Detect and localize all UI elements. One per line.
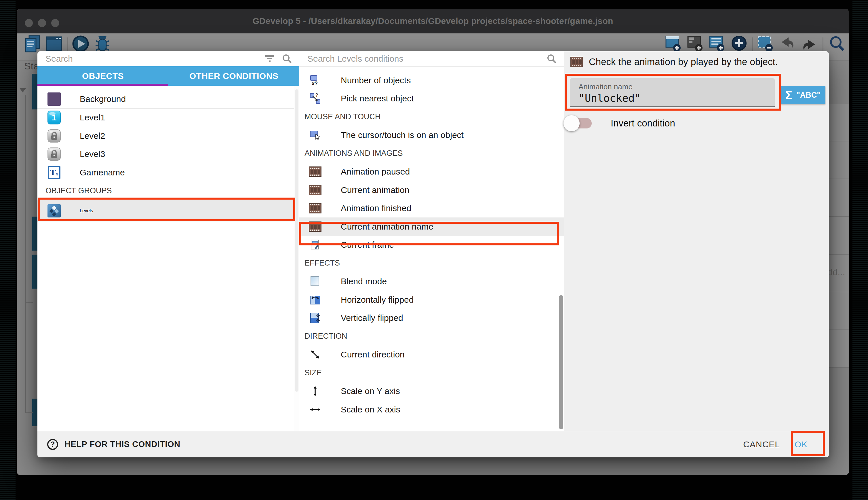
- object-row-level1[interactable]: 1 Level1: [37, 109, 294, 127]
- object-row-background[interactable]: Background: [37, 90, 294, 108]
- collapse-triangle-icon: [20, 88, 26, 92]
- event-tree-tick: [25, 412, 33, 413]
- background-scene-tab-label: Sta: [24, 60, 39, 72]
- condition-row-current-frame[interactable]: Current frame: [299, 236, 564, 254]
- add-event-icon[interactable]: [730, 35, 748, 54]
- desktop-edge-texture: [0, 0, 15, 500]
- expression-editor-button[interactable]: Σ "ABC": [781, 86, 825, 104]
- help-for-this-condition-link[interactable]: ? HELP FOR THIS CONDITION: [47, 431, 180, 457]
- search-icon: [282, 54, 292, 64]
- locked-level-icon: [47, 129, 61, 143]
- event-tree-tick: [25, 303, 33, 303]
- condition-row-current-animation[interactable]: Current animation: [299, 181, 564, 199]
- event-block: [32, 399, 37, 426]
- condition-title: Check the animation by played by the obj…: [589, 56, 778, 67]
- conditions-list-scrollbar[interactable]: [559, 51, 563, 431]
- project-manager-icon[interactable]: [24, 35, 41, 54]
- current-frame-icon: [308, 239, 322, 251]
- invert-condition-row: Invert condition: [566, 115, 675, 132]
- remove-selection-icon[interactable]: [757, 35, 774, 54]
- object-row-level2[interactable]: Level2: [37, 127, 294, 145]
- condition-row-pick-nearest-object[interactable]: ? Pick nearest object: [299, 90, 564, 108]
- condition-row-vertically-flipped[interactable]: Vertically flipped: [299, 309, 564, 328]
- condition-row-scale-y[interactable]: Scale on Y axis: [299, 382, 564, 401]
- add-object-icon[interactable]: [665, 35, 682, 54]
- film-icon: [571, 57, 583, 67]
- event-block: [32, 74, 37, 110]
- minimize-window-button[interactable]: [38, 19, 46, 27]
- close-window-button[interactable]: [25, 19, 33, 27]
- search-toolbar-icon[interactable]: [828, 35, 846, 54]
- invert-condition-label: Invert condition: [611, 118, 675, 129]
- condition-title-row: Check the animation by played by the obj…: [571, 56, 778, 67]
- undo-icon[interactable]: [779, 35, 796, 54]
- film-icon: [308, 203, 322, 213]
- svg-text:x?: x?: [312, 81, 318, 86]
- play-icon[interactable]: [72, 35, 89, 54]
- condition-section-header: MOUSE AND TOUCH: [299, 108, 564, 126]
- help-icon: ?: [47, 439, 58, 450]
- conditions-search-bar: [299, 51, 564, 67]
- window-title: GDevelop 5 - /Users/dkarakay/Documents/G…: [253, 16, 613, 26]
- condition-row-cursor-on-object[interactable]: The cursor/touch is on an object: [299, 126, 564, 145]
- condition-section-header: ANIMATIONS AND IMAGES: [299, 144, 564, 163]
- event-block: [32, 254, 37, 288]
- dialog-footer: ? HELP FOR THIS CONDITION CANCEL OK: [37, 431, 829, 457]
- scale-x-icon: [308, 404, 322, 415]
- background-truncated-label: dd...: [828, 267, 845, 278]
- add-comment-icon[interactable]: [708, 35, 726, 54]
- condition-row-blend-mode[interactable]: Blend mode: [299, 272, 564, 291]
- ok-button[interactable]: OK: [789, 431, 813, 457]
- object-row-level3[interactable]: Level3: [37, 145, 294, 163]
- conditions-search-input[interactable]: [299, 54, 547, 64]
- background-properties-rows: [826, 104, 849, 369]
- condition-section-header: EFFECTS: [299, 254, 564, 272]
- active-tab-indicator: [37, 84, 168, 86]
- condition-section-header: SIZE: [299, 364, 564, 382]
- condition-row-current-animation-name[interactable]: Current animation name: [299, 217, 564, 236]
- object-row-gamename[interactable]: Tx Gamename: [37, 163, 294, 182]
- number-of-objects-icon: x?: [308, 75, 322, 86]
- animation-name-field[interactable]: Animation name "Unlocked": [570, 78, 775, 107]
- condition-row-scale-x[interactable]: Scale on X axis: [299, 400, 564, 419]
- group-row-levels[interactable]: Levels: [37, 200, 294, 221]
- condition-row-animation-finished[interactable]: Animation finished: [299, 199, 564, 218]
- object-group-icon: [47, 204, 61, 217]
- condition-editor-dialog: OBJECTS OTHER CONDITIONS Background 1 Le…: [37, 51, 829, 457]
- film-icon: [308, 185, 322, 195]
- filter-icon[interactable]: [265, 55, 274, 63]
- add-group-icon[interactable]: [687, 35, 704, 54]
- vertical-flip-icon: [308, 312, 322, 324]
- condition-row-current-direction[interactable]: Current direction: [299, 345, 564, 364]
- left-panel-tabs: OBJECTS OTHER CONDITIONS: [37, 66, 299, 86]
- text-object-icon: Tx: [47, 166, 61, 179]
- object-groups-header: OBJECT GROUPS: [37, 182, 294, 200]
- invert-condition-toggle[interactable]: [566, 118, 592, 128]
- sigma-icon: Σ: [785, 89, 792, 101]
- desktop-edge-texture: [853, 0, 868, 500]
- event-block: [32, 217, 37, 251]
- pick-nearest-object-icon: ?: [308, 93, 322, 104]
- objects-search-input[interactable]: [37, 54, 265, 64]
- condition-row-animation-paused[interactable]: Animation paused: [299, 163, 564, 181]
- scrollbar-thumb[interactable]: [559, 295, 563, 429]
- debug-icon[interactable]: [94, 35, 111, 54]
- titlebar: GDevelop 5 - /Users/dkarakay/Documents/G…: [17, 9, 849, 33]
- condition-row-horizontally-flipped[interactable]: Horizontally flipped: [299, 291, 564, 309]
- redo-icon[interactable]: [801, 35, 818, 54]
- objects-search-bar: [37, 51, 300, 67]
- cancel-button[interactable]: CANCEL: [737, 431, 786, 457]
- condition-row-number-of-objects[interactable]: x? Number of objects: [299, 71, 564, 90]
- tab-other-conditions[interactable]: OTHER CONDITIONS: [168, 66, 299, 86]
- scene-editor-icon[interactable]: [46, 35, 63, 54]
- condition-section-header: DIRECTION: [299, 327, 564, 345]
- tab-objects[interactable]: OBJECTS: [37, 66, 168, 86]
- condition-parameters-panel: Check the animation by played by the obj…: [564, 51, 829, 431]
- field-label: Animation name: [578, 82, 633, 91]
- objects-list-scrollbar[interactable]: [294, 86, 299, 431]
- window-controls: [25, 19, 59, 27]
- zoom-window-button[interactable]: [51, 19, 59, 27]
- toggle-knob: [563, 115, 579, 131]
- blend-mode-icon: [308, 276, 322, 287]
- search-icon: [547, 54, 556, 64]
